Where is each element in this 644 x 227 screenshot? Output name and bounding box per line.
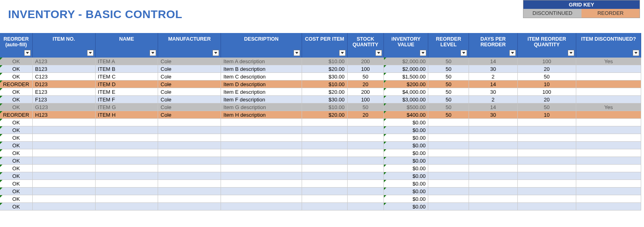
- cell-manufacturer[interactable]: [158, 188, 221, 195]
- cell-stock[interactable]: 200: [347, 88, 383, 96]
- cell-name[interactable]: [95, 172, 158, 180]
- cell-cost[interactable]: $30.00: [302, 96, 348, 103]
- cell-value[interactable]: $0.00: [383, 180, 428, 188]
- cell-item_no[interactable]: H123: [32, 111, 95, 119]
- cell-days[interactable]: 14: [469, 58, 517, 65]
- cell-name[interactable]: ITEM F: [95, 96, 158, 103]
- cell-name[interactable]: [95, 195, 158, 203]
- cell-stock[interactable]: [347, 149, 383, 157]
- cell-value[interactable]: $1,500.00: [383, 73, 428, 80]
- cell-rqty[interactable]: [517, 157, 576, 165]
- cell-description[interactable]: Item D description: [221, 80, 302, 88]
- cell-item_no[interactable]: [32, 157, 95, 165]
- cell-item_no[interactable]: [32, 165, 95, 172]
- cell-cost[interactable]: $10.00: [302, 103, 348, 111]
- col-filter-rqty[interactable]: [517, 49, 576, 58]
- cell-cost[interactable]: [302, 180, 348, 188]
- cell-name[interactable]: [95, 203, 158, 210]
- cell-rlevel[interactable]: [428, 195, 469, 203]
- cell-disc[interactable]: [576, 203, 641, 210]
- cell-disc[interactable]: [576, 149, 641, 157]
- cell-cost[interactable]: $10.00: [302, 80, 348, 88]
- cell-manufacturer[interactable]: Cole: [158, 96, 221, 103]
- cell-item_no[interactable]: [32, 172, 95, 180]
- cell-disc[interactable]: [576, 157, 641, 165]
- filter-dropdown-icon[interactable]: [339, 50, 346, 56]
- cell-reorder[interactable]: REORDER: [0, 111, 32, 119]
- cell-cost[interactable]: $20.00: [302, 65, 348, 73]
- cell-cost[interactable]: [302, 119, 348, 126]
- filter-dropdown-icon[interactable]: [213, 50, 219, 56]
- cell-reorder[interactable]: OK: [0, 58, 32, 65]
- cell-name[interactable]: [95, 134, 158, 142]
- cell-disc[interactable]: Yes: [576, 103, 641, 111]
- cell-disc[interactable]: [576, 96, 641, 103]
- cell-manufacturer[interactable]: Cole: [158, 111, 221, 119]
- cell-item_no[interactable]: B123: [32, 65, 95, 73]
- col-filter-cost[interactable]: [302, 49, 348, 58]
- cell-rlevel[interactable]: [428, 126, 469, 134]
- cell-stock[interactable]: [347, 195, 383, 203]
- cell-description[interactable]: [221, 172, 302, 180]
- cell-cost[interactable]: [302, 203, 348, 210]
- cell-days[interactable]: [469, 188, 517, 195]
- cell-rqty[interactable]: 100: [517, 88, 576, 96]
- filter-dropdown-icon[interactable]: [633, 50, 639, 56]
- cell-days[interactable]: [469, 165, 517, 172]
- filter-dropdown-icon[interactable]: [509, 50, 516, 56]
- cell-value[interactable]: $0.00: [383, 149, 428, 157]
- cell-value[interactable]: $0.00: [383, 165, 428, 172]
- cell-stock[interactable]: [347, 157, 383, 165]
- cell-cost[interactable]: [302, 157, 348, 165]
- cell-cost[interactable]: [302, 149, 348, 157]
- cell-manufacturer[interactable]: Cole: [158, 88, 221, 96]
- col-filter-name[interactable]: [95, 49, 158, 58]
- cell-rlevel[interactable]: 50: [428, 73, 469, 80]
- cell-value[interactable]: $4,000.00: [383, 88, 428, 96]
- cell-item_no[interactable]: [32, 195, 95, 203]
- cell-rqty[interactable]: [517, 180, 576, 188]
- cell-stock[interactable]: [347, 142, 383, 149]
- filter-dropdown-icon[interactable]: [568, 50, 574, 56]
- cell-days[interactable]: [469, 149, 517, 157]
- filter-dropdown-icon[interactable]: [294, 50, 300, 56]
- cell-item_no[interactable]: [32, 126, 95, 134]
- cell-rqty[interactable]: 20: [517, 96, 576, 103]
- cell-rqty[interactable]: 50: [517, 103, 576, 111]
- cell-days[interactable]: [469, 134, 517, 142]
- cell-reorder[interactable]: OK: [0, 203, 32, 210]
- cell-name[interactable]: ITEM D: [95, 80, 158, 88]
- cell-value[interactable]: $0.00: [383, 142, 428, 149]
- cell-name[interactable]: [95, 126, 158, 134]
- cell-disc[interactable]: [576, 188, 641, 195]
- cell-value[interactable]: $3,000.00: [383, 96, 428, 103]
- cell-manufacturer[interactable]: [158, 195, 221, 203]
- cell-cost[interactable]: [302, 165, 348, 172]
- cell-stock[interactable]: [347, 119, 383, 126]
- cell-rqty[interactable]: [517, 203, 576, 210]
- cell-value[interactable]: $500.00: [383, 103, 428, 111]
- cell-description[interactable]: [221, 180, 302, 188]
- cell-disc[interactable]: [576, 65, 641, 73]
- cell-name[interactable]: ITEM H: [95, 111, 158, 119]
- cell-stock[interactable]: 100: [347, 65, 383, 73]
- cell-disc[interactable]: [576, 134, 641, 142]
- col-filter-disc[interactable]: [576, 49, 641, 58]
- cell-reorder[interactable]: OK: [0, 172, 32, 180]
- cell-name[interactable]: [95, 180, 158, 188]
- cell-cost[interactable]: $20.00: [302, 111, 348, 119]
- cell-rqty[interactable]: [517, 188, 576, 195]
- cell-cost[interactable]: [302, 172, 348, 180]
- cell-stock[interactable]: [347, 134, 383, 142]
- cell-rqty[interactable]: [517, 165, 576, 172]
- cell-rqty[interactable]: [517, 172, 576, 180]
- cell-rqty[interactable]: [517, 134, 576, 142]
- cell-description[interactable]: [221, 126, 302, 134]
- cell-value[interactable]: $0.00: [383, 126, 428, 134]
- cell-disc[interactable]: [576, 172, 641, 180]
- cell-name[interactable]: [95, 149, 158, 157]
- cell-name[interactable]: [95, 157, 158, 165]
- cell-days[interactable]: 30: [469, 111, 517, 119]
- cell-item_no[interactable]: C123: [32, 73, 95, 80]
- cell-rlevel[interactable]: [428, 134, 469, 142]
